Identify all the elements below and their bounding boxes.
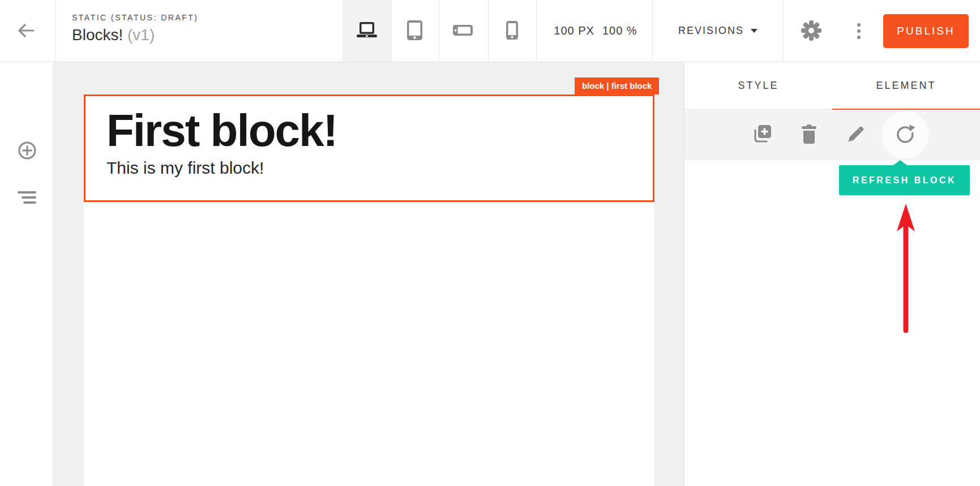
document-name: Blocks! bbox=[72, 26, 123, 44]
device-preview-tablet[interactable] bbox=[391, 0, 439, 62]
revisions-label: REVISIONS bbox=[678, 25, 744, 37]
viewport-dimensions: 100 PX 100 % bbox=[539, 0, 652, 62]
inspector-tabs: STYLE ELEMENT bbox=[684, 62, 980, 110]
document-title-block: STATIC (STATUS: DRAFT) Blocks! (v1) bbox=[72, 13, 199, 44]
left-toolbar bbox=[0, 62, 53, 486]
tab-style[interactable]: STYLE bbox=[684, 62, 832, 109]
refresh-block-button[interactable] bbox=[889, 119, 922, 152]
page-title: Blocks! (v1) bbox=[72, 26, 199, 44]
back-button[interactable] bbox=[12, 18, 40, 44]
phone-portrait-icon bbox=[506, 21, 518, 41]
duplicate-block-button[interactable] bbox=[746, 119, 778, 152]
divider bbox=[783, 0, 784, 62]
more-options-button[interactable] bbox=[848, 19, 870, 44]
add-block-button[interactable] bbox=[14, 137, 41, 165]
settings-button[interactable] bbox=[798, 19, 825, 44]
refresh-block-tooltip: REFRESH BLOCK bbox=[839, 165, 970, 195]
chevron-down-icon bbox=[751, 29, 758, 33]
edit-block-button[interactable] bbox=[839, 119, 872, 152]
kebab-menu-icon bbox=[857, 23, 861, 39]
status-label: STATIC (STATUS: DRAFT) bbox=[72, 13, 199, 22]
phone-landscape-icon bbox=[453, 25, 473, 37]
visual-editor: STATIC (STATUS: DRAFT) Blocks! (v1) bbox=[0, 0, 980, 486]
duplicate-icon bbox=[752, 124, 772, 146]
selected-block-tag[interactable]: block | first block bbox=[575, 78, 659, 94]
selected-block[interactable]: First block! This is my first block! bbox=[84, 94, 654, 202]
top-bar: STATIC (STATUS: DRAFT) Blocks! (v1) bbox=[0, 0, 980, 62]
tooltip-label: REFRESH BLOCK bbox=[853, 175, 956, 186]
tablet-icon bbox=[407, 20, 422, 42]
trash-icon bbox=[801, 124, 817, 146]
annotation-arrow-up bbox=[893, 203, 918, 338]
element-toolbar bbox=[684, 110, 980, 160]
pencil-icon bbox=[846, 125, 865, 145]
plus-circle-icon bbox=[17, 140, 37, 162]
device-preview-phone-portrait[interactable] bbox=[488, 0, 536, 62]
gear-icon bbox=[801, 20, 822, 43]
list-lines-icon bbox=[17, 191, 37, 206]
revisions-dropdown[interactable]: REVISIONS bbox=[653, 0, 783, 62]
block-heading: First block! bbox=[106, 106, 630, 155]
block-list-button[interactable] bbox=[14, 184, 41, 212]
arrow-left-icon bbox=[16, 23, 36, 40]
document-version: (v1) bbox=[127, 26, 155, 44]
block-text: This is my first block! bbox=[106, 158, 630, 178]
viewport-width-value: 100 PX bbox=[554, 24, 594, 37]
tab-element[interactable]: ELEMENT bbox=[832, 62, 980, 109]
delete-block-button[interactable] bbox=[793, 119, 825, 152]
device-preview-phone-landscape[interactable] bbox=[439, 0, 487, 62]
divider bbox=[536, 0, 537, 62]
publish-button[interactable]: PUBLISH bbox=[883, 14, 969, 48]
inspector-panel: STYLE ELEMENT bbox=[684, 62, 980, 486]
viewport-zoom-value: 100 % bbox=[602, 24, 637, 37]
device-preview-laptop[interactable] bbox=[343, 0, 391, 62]
divider bbox=[55, 0, 55, 62]
refresh-icon bbox=[895, 124, 915, 147]
laptop-icon bbox=[356, 21, 378, 41]
